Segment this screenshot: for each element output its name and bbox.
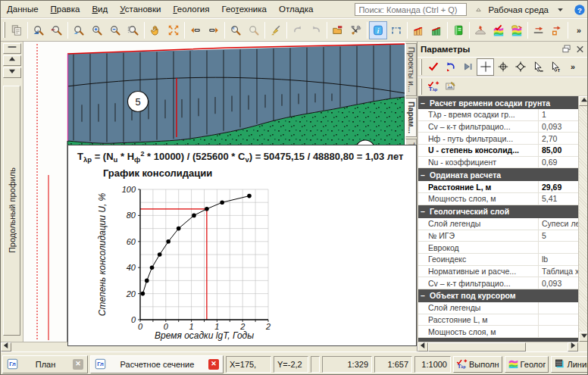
section-header[interactable]: –Ордината расчета (418, 168, 578, 181)
section-header[interactable]: –Объект под курсором (418, 289, 578, 302)
zoom-in-button[interactable] (88, 21, 106, 39)
param-value[interactable]: 2,70 (539, 133, 578, 144)
collapse-icon[interactable]: – (421, 170, 427, 180)
zoom-prev-button[interactable] (227, 21, 245, 39)
tools-button[interactable] (347, 21, 365, 39)
layers-export-button[interactable] (508, 21, 526, 39)
bounds-button[interactable] (387, 21, 405, 39)
param-row[interactable]: Еврокод (418, 242, 578, 254)
param-value[interactable]: 0,093 (539, 277, 578, 289)
apply-check-button[interactable] (424, 58, 442, 76)
param-value[interactable]: Таблица ха (539, 266, 578, 277)
pan-button[interactable] (146, 21, 164, 39)
grid-hscroll-thumb[interactable] (428, 342, 526, 352)
status-button-геолог[interactable]: Геолог (505, 356, 549, 373)
side-tab-1[interactable]: Парам... (405, 98, 417, 137)
param-value[interactable] (539, 326, 578, 337)
param-value[interactable] (539, 242, 578, 253)
param-value[interactable]: 85,00 (539, 145, 578, 156)
collapse-icon[interactable]: – (421, 291, 427, 300)
param-row[interactable]: Nu - коэффициент0,69 (418, 157, 578, 169)
view-tab-0[interactable]: ГлПлан✕ (2, 355, 88, 373)
param-row[interactable]: Расстояние L, м (418, 314, 578, 327)
help-button[interactable]: ? (572, 2, 586, 17)
overflow-button[interactable]: » (570, 21, 588, 39)
param-row[interactable]: Мощность слоя, м5,41 (418, 193, 578, 205)
param-value[interactable]: 0,69 (539, 157, 578, 168)
workspace-menu[interactable]: Рабочая среда (488, 5, 549, 14)
search-input[interactable] (355, 3, 467, 16)
section-header[interactable]: –Расчет времени осадки грунта (418, 96, 578, 109)
grid-scroll-down-button[interactable] (579, 332, 588, 342)
profile-chart-button[interactable] (409, 21, 427, 39)
grid-vscrollbar[interactable] (578, 96, 588, 342)
menu-item-0[interactable]: Данные (1, 3, 45, 15)
tab-close-button[interactable]: ✕ (73, 359, 83, 370)
param-row[interactable]: U - степень консолид...85,00 (418, 145, 578, 157)
grid-scroll-right-button[interactable] (568, 342, 578, 352)
profile-chart2-button[interactable] (427, 21, 446, 39)
toolbar-handle[interactable] (420, 59, 422, 75)
undo-edit-button[interactable] (442, 58, 459, 76)
param-value[interactable]: 5,41 (539, 193, 578, 205)
paste-button[interactable] (8, 21, 26, 39)
param-row[interactable]: Нормативные и расче...Таблица ха (418, 266, 578, 278)
tlr-calc-button[interactable]: Тλр (424, 78, 442, 95)
param-value[interactable] (539, 302, 578, 314)
param-row[interactable]: Cv – к-т фильтрацио...0,093 (418, 121, 578, 133)
point-create-button[interactable] (548, 21, 566, 39)
param-row[interactable]: Слой легенды (418, 302, 578, 314)
param-row[interactable]: Слой легендыСупеси лес (418, 218, 578, 230)
zoom-dynamic-button[interactable] (48, 21, 66, 39)
layers-check-button[interactable] (489, 21, 508, 39)
menu-item-2[interactable]: Вид (86, 3, 114, 15)
close-panel-button[interactable] (574, 44, 586, 55)
zoom-rect-button[interactable] (30, 21, 48, 39)
menu-item-5[interactable]: Геотехника (215, 3, 273, 15)
param-value[interactable]: 29,69 (539, 181, 578, 192)
scroll-left-button[interactable] (1, 342, 11, 352)
view-tab-1[interactable]: ГлРасчетное сечение✕ (90, 355, 224, 373)
status-button-линии[interactable]: Линии (551, 356, 588, 373)
overflow-button[interactable]: » (564, 58, 581, 76)
tab-longitudinal-profile[interactable]: Продольный профиль (3, 86, 20, 336)
next-screen-button[interactable] (205, 21, 223, 39)
param-row[interactable]: Cv – к-т фильтрацио...0,093 (418, 277, 578, 289)
toolbar-handle[interactable] (420, 79, 422, 95)
grid-scroll-left-button[interactable] (418, 342, 428, 352)
param-value[interactable]: 5 (539, 230, 578, 242)
undo-button[interactable] (289, 21, 307, 39)
section-header[interactable]: –Геологический слой (418, 205, 578, 218)
prev-screen-button[interactable] (186, 21, 205, 39)
toolbar-handle[interactable] (3, 22, 5, 38)
redo-button[interactable] (307, 21, 325, 39)
collapse-icon[interactable]: – (421, 207, 427, 216)
crosshair-mode-button[interactable] (477, 58, 494, 76)
scroll-down-button[interactable] (3, 67, 21, 78)
info-mode-button[interactable]: i (369, 21, 387, 39)
cursor-minus-button[interactable] (529, 58, 546, 76)
scroll-up-button[interactable] (3, 55, 21, 66)
cursor-t-button[interactable]: т (546, 58, 564, 76)
param-row[interactable]: Геоиндексlb (418, 254, 578, 266)
tab-close-button[interactable]: ✕ (208, 359, 219, 370)
param-row[interactable]: Мощность слоя, м (418, 326, 578, 338)
legend-book-button[interactable] (449, 21, 468, 39)
menu-item-6[interactable]: Отладка (273, 3, 319, 15)
param-row[interactable]: № ИГЭ5 (418, 230, 578, 242)
center-target-button[interactable] (494, 58, 511, 76)
grid-scroll-up-button[interactable] (579, 96, 588, 106)
open-settings-button[interactable] (329, 21, 347, 39)
surface-update-button[interactable] (471, 21, 489, 39)
side-tab-0[interactable]: Проекты и... (405, 43, 417, 96)
menu-item-4[interactable]: Геология (167, 3, 215, 15)
splitter-button[interactable] (3, 43, 21, 54)
grid-hscrollbar[interactable] (418, 342, 578, 352)
param-row[interactable]: Тλр - время осадки гр...1 (418, 109, 578, 121)
preview-image-button[interactable] (442, 78, 459, 95)
param-value[interactable]: Супеси лес (539, 218, 578, 230)
zoom-realtime-button[interactable] (70, 21, 88, 39)
param-value[interactable] (539, 314, 578, 326)
float-panel-button[interactable] (561, 44, 572, 55)
param-row[interactable]: Расстояние L, м29,69 (418, 181, 578, 193)
